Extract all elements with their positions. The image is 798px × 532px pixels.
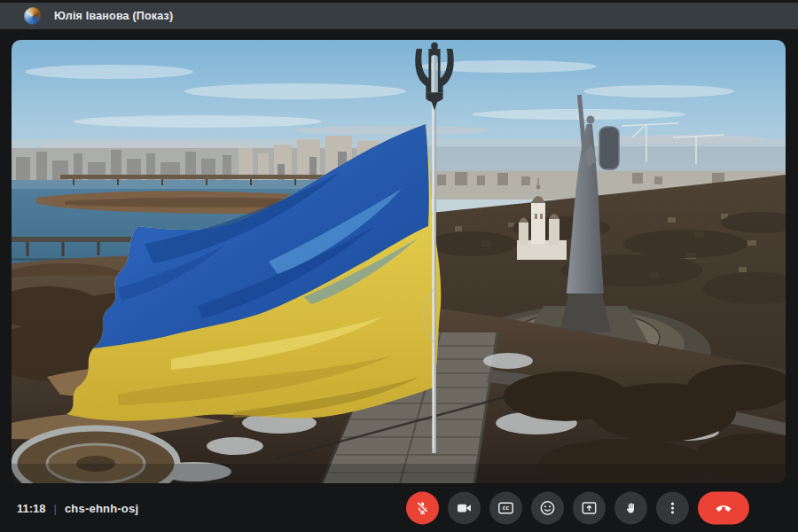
svg-text:cc: cc	[503, 505, 510, 511]
reactions-button[interactable]	[531, 491, 564, 524]
present-screen-button[interactable]	[573, 491, 606, 524]
clock-time: 11:18	[17, 501, 46, 514]
mic-toggle-button[interactable]	[406, 491, 439, 524]
mic-off-icon	[413, 498, 432, 517]
meeting-meta: 11:18 | chs-ehnh-osj	[17, 501, 138, 514]
end-call-button[interactable]	[698, 491, 749, 524]
raise-hand-icon	[622, 498, 640, 517]
more-options-button[interactable]	[656, 491, 689, 524]
present-screen-icon	[580, 498, 598, 517]
three-dots-vertical-icon	[663, 498, 682, 517]
controls-row: cc	[406, 491, 749, 524]
meeting-code: chs-ehnh-osj	[65, 501, 138, 514]
video-feed	[12, 40, 786, 483]
raise-hand-button[interactable]	[614, 491, 647, 524]
emoji-smile-icon	[538, 498, 557, 517]
video-camera-icon	[455, 498, 473, 517]
call-control-bar: 11:18 | chs-ehnh-osj cc	[0, 483, 798, 532]
phone-hangup-icon	[713, 497, 734, 519]
presenter-avatar	[24, 7, 42, 25]
captions-button[interactable]: cc	[489, 491, 522, 524]
closed-captions-icon: cc	[497, 498, 515, 517]
presenter-name-label: Юлія Іванова (Показ)	[54, 10, 173, 22]
camera-toggle-button[interactable]	[448, 491, 481, 524]
kyiv-flag-scene	[12, 40, 786, 483]
presenter-bar: Юлія Іванова (Показ)	[0, 3, 798, 29]
meta-separator: |	[54, 501, 57, 514]
